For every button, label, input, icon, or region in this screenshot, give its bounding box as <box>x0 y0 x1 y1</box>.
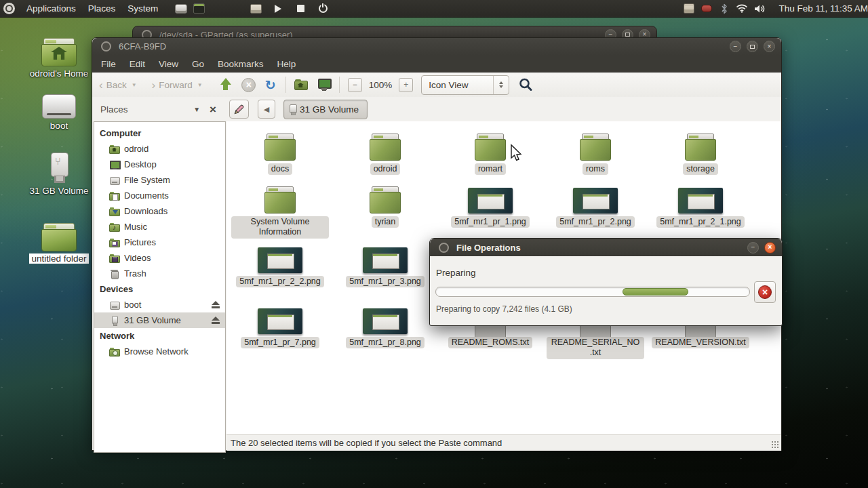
image-icon <box>258 308 302 334</box>
dialog-detail-text: Preparing to copy 7,242 files (4.1 GB) <box>436 304 572 314</box>
desktop-icon-31-gb-volume[interactable]: ⑂31 GB Volume <box>24 152 94 196</box>
dialog-close-button[interactable]: × <box>764 242 776 253</box>
home-button[interactable] <box>292 75 311 94</box>
fm-menu-help[interactable]: Help <box>271 59 303 69</box>
folder-icon <box>41 223 77 251</box>
stop-button[interactable] <box>239 75 258 94</box>
file-5mf-mr1-pr-2-1-png[interactable]: 5mf_mr1_pr_2_1.png <box>650 184 751 228</box>
file-romart[interactable]: romart <box>439 131 541 175</box>
sidebar-item-desktop[interactable]: Desktop <box>94 157 225 172</box>
fm-menu-go[interactable]: Go <box>185 59 211 69</box>
network-folder-icon <box>109 346 120 357</box>
back-dropdown-icon[interactable]: ▼ <box>132 82 137 88</box>
menu-places[interactable]: Places <box>82 3 122 14</box>
fm-minimize-button[interactable]: − <box>730 41 741 52</box>
resize-grip[interactable] <box>771 441 779 449</box>
dialog-title: File Operations <box>456 243 521 253</box>
dialog-titlebar[interactable]: File Operations − × <box>430 239 782 256</box>
menu-system[interactable]: System <box>121 3 164 14</box>
view-mode-select[interactable]: Icon View <box>421 75 509 95</box>
file-5mf-mr1-pr-2-png[interactable]: 5mf_mr1_pr_2.png <box>545 184 646 228</box>
sidebar-close-icon[interactable]: × <box>210 104 226 115</box>
places-tree: ComputerodroidDesktopFile SystemDocument… <box>94 121 226 453</box>
volume-icon[interactable] <box>753 2 766 15</box>
play-icon[interactable] <box>271 2 285 15</box>
forward-dropdown-icon[interactable]: ▼ <box>197 82 203 88</box>
power-icon[interactable] <box>316 2 330 15</box>
back-button[interactable]: ‹ Back ▼ <box>96 79 140 91</box>
fm-menu-view[interactable]: View <box>152 59 185 69</box>
panel-clock[interactable]: Thu Feb 11, 11:35 AM <box>774 3 868 14</box>
fm-toolbar: ‹ Back ▼ › Forward ▼ ↻ − 100% + Icon Vie… <box>92 73 781 98</box>
gparted-icon[interactable] <box>174 2 188 15</box>
sidebar-item-odroid[interactable]: odroid <box>94 141 225 157</box>
zoom-level: 100% <box>365 80 397 90</box>
folder-icon <box>580 134 611 161</box>
gamepad-icon[interactable] <box>700 2 713 15</box>
zoom-in-button[interactable]: + <box>399 78 413 92</box>
eject-icon[interactable] <box>211 301 220 308</box>
file-tyrian[interactable]: tyrian <box>334 184 436 228</box>
file-system-volume-information[interactable]: System Volume Information <box>229 184 331 239</box>
desktop-button[interactable] <box>315 75 334 94</box>
file-5mf-mr1-pr-8-png[interactable]: 5mf_mr1_pr_8.png <box>334 304 436 348</box>
eject-icon[interactable] <box>211 317 220 324</box>
file-odroid[interactable]: odroid <box>334 131 436 175</box>
fm-titlebar[interactable]: 6CFA-B9FD − × <box>92 38 781 55</box>
sidebar-item-downloads[interactable]: Downloads <box>94 203 225 219</box>
file-storage[interactable]: storage <box>650 131 751 175</box>
fm-menu-file[interactable]: File <box>94 59 123 69</box>
reload-button[interactable]: ↻ <box>261 75 280 94</box>
fm-close-button[interactable]: × <box>764 41 775 52</box>
sidebar-item-browse-network[interactable]: Browse Network <box>94 344 225 359</box>
search-button[interactable] <box>516 75 535 94</box>
zoom-out-button[interactable]: − <box>348 78 362 92</box>
sidebar-item-documents[interactable]: Documents <box>94 188 225 203</box>
archive-icon[interactable] <box>249 2 262 15</box>
sidebar-item-file-system[interactable]: File System <box>94 172 225 188</box>
cancel-operation-button[interactable] <box>754 281 776 303</box>
bluetooth-icon[interactable] <box>717 2 731 15</box>
path-scroll-left-button[interactable]: ◀ <box>258 100 275 119</box>
folder-icon <box>475 134 506 161</box>
fm-menu-bookmarks[interactable]: Bookmarks <box>211 59 271 69</box>
sidebar-item-boot[interactable]: boot <box>94 297 225 312</box>
dialog-minimize-button[interactable]: − <box>747 242 759 253</box>
sidebar-item-music[interactable]: ♪Music <box>94 219 225 235</box>
sidebar-item-pictures[interactable]: Pictures <box>94 235 225 250</box>
menu-applications[interactable]: Applications <box>20 3 82 14</box>
sidebar-item-31-gb-volume[interactable]: 31 GB Volume <box>94 312 225 328</box>
file-5mf-mr1-pr-1-png[interactable]: 5mf_mr1_pr_1.png <box>439 184 541 228</box>
home-folder-icon <box>294 79 308 90</box>
file-5mf-mr1-pr-7-png[interactable]: 5mf_mr1_pr_7.png <box>229 304 331 348</box>
fm-maximize-button[interactable] <box>747 41 758 52</box>
file-roms[interactable]: roms <box>545 131 646 175</box>
stop-icon[interactable] <box>294 2 307 15</box>
distributor-logo-icon[interactable] <box>3 3 15 14</box>
go-up-button[interactable] <box>216 75 235 94</box>
sidebar-item-videos[interactable]: Videos <box>94 250 225 266</box>
view-mode-stepper-icon[interactable] <box>493 76 509 94</box>
sidebar-header[interactable]: Places <box>92 104 193 115</box>
file-label: 5mf_mr1_pr_2_1.png <box>656 216 745 228</box>
file-cabinet-icon[interactable] <box>682 2 696 15</box>
file-docs[interactable]: docs <box>229 131 331 175</box>
sidebar-dropdown-icon[interactable]: ▼ <box>193 106 210 113</box>
location-button[interactable]: 31 GB Volume <box>283 100 368 119</box>
status-text: The 20 selected items will be copied if … <box>226 438 502 448</box>
file-label: README_VERSION.txt <box>652 337 749 348</box>
forward-chevron-icon: › <box>152 79 156 91</box>
terminal-icon[interactable] <box>192 2 205 15</box>
wifi-icon[interactable] <box>735 2 749 15</box>
desktop-icon-odroid-s-home[interactable]: odroid's Home <box>24 38 94 79</box>
file-5mf-mr1-pr-3-png[interactable]: 5mf_mr1_pr_3.png <box>334 243 436 287</box>
desktop-icon-boot[interactable]: boot <box>24 94 94 131</box>
fm-menu-edit[interactable]: Edit <box>123 59 152 69</box>
desktop-icon-untitled-folder[interactable]: untitled folder <box>24 223 94 264</box>
sidebar-item-trash[interactable]: Trash <box>94 266 225 281</box>
toolbar-separator-2 <box>339 77 340 93</box>
edit-path-button[interactable] <box>229 100 249 119</box>
downloads-folder-icon <box>109 206 120 217</box>
file-5mf-mr1-pr-2-2-png[interactable]: 5mf_mr1_pr_2_2.png <box>229 243 331 287</box>
forward-button[interactable]: › Forward ▼ <box>149 79 205 91</box>
